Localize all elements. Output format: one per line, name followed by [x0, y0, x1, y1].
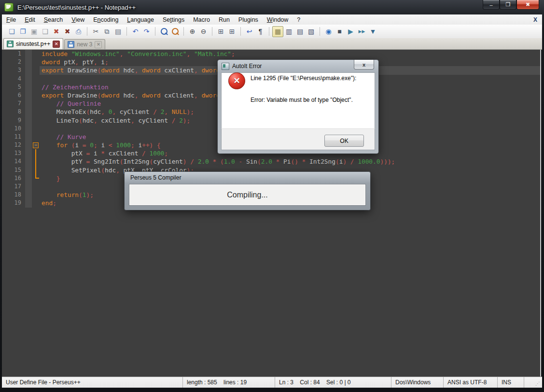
line-number[interactable]: 17 [2, 182, 25, 191]
minimize-button[interactable]: – [483, 0, 500, 10]
line-number[interactable]: 14 [2, 157, 25, 166]
menu-language[interactable]: Language [123, 15, 158, 24]
word-wrap-icon[interactable]: ↩ [244, 26, 255, 37]
line-number[interactable]: 16 [2, 174, 25, 182]
menu-run[interactable]: Run [214, 15, 234, 24]
menu-edit[interactable]: Edit [20, 15, 40, 24]
macro-play-icon[interactable]: ▶ [345, 26, 356, 37]
indent-guide-icon[interactable]: ▦ [272, 26, 283, 37]
line-number[interactable]: 7 [2, 99, 25, 108]
undo-icon[interactable]: ↶ [130, 26, 141, 37]
title-bar[interactable]: E:\Perseus\test\sinustest.p++ - Notepad+… [0, 0, 544, 14]
line-number[interactable]: 6 [2, 91, 25, 99]
code-line-1: 1include "Windows.inc", "Conversion.inc"… [2, 50, 540, 58]
macro-stop-icon[interactable]: ■ [334, 26, 345, 37]
line-number[interactable]: 1 [2, 50, 25, 58]
menu-view[interactable]: View [67, 15, 89, 24]
bookmark-margin[interactable] [25, 83, 32, 91]
bookmark-margin[interactable] [25, 174, 32, 182]
toolbar-separator [269, 27, 269, 36]
bookmark-margin[interactable] [25, 125, 32, 133]
find-icon[interactable] [158, 26, 169, 37]
resize-grip[interactable]: ⋰ [535, 381, 542, 388]
redo-icon[interactable]: ↷ [141, 26, 152, 37]
bookmark-margin[interactable] [25, 91, 32, 99]
menu-?[interactable]: ? [293, 15, 305, 24]
sync-horizontal-scroll-icon[interactable]: ⊞ [226, 26, 237, 37]
cut-icon[interactable]: ✂ [90, 26, 101, 37]
line-number[interactable]: 11 [2, 133, 25, 141]
toolbar-group: ✂⧉▤ [89, 26, 125, 37]
macro-save-icon[interactable]: ▼ [367, 26, 378, 37]
line-number[interactable]: 3 [2, 66, 25, 74]
menu-settings[interactable]: Settings [158, 15, 189, 24]
folder-as-workspace-icon[interactable]: ▧ [306, 26, 317, 37]
new-file-icon[interactable]: ❏ [6, 26, 17, 37]
bookmark-margin[interactable] [25, 191, 32, 199]
autoit-dialog-close-button[interactable]: x [354, 60, 374, 70]
fold-collapse-icon[interactable] [32, 141, 40, 149]
copy-icon[interactable]: ⧉ [101, 26, 112, 37]
close-all-icon[interactable]: ✖ [62, 26, 73, 37]
bookmark-margin[interactable] [25, 141, 32, 149]
menu-encoding[interactable]: Encoding [89, 15, 123, 24]
close-button[interactable]: ✖ [516, 0, 539, 10]
menu-macro[interactable]: Macro [189, 15, 214, 24]
close-file-icon[interactable]: ✖ [51, 26, 62, 37]
replace-icon[interactable] [169, 26, 181, 37]
line-number[interactable]: 2 [2, 58, 25, 66]
save-icon[interactable]: ▣ [28, 26, 40, 37]
line-number[interactable]: 10 [2, 125, 25, 133]
show-all-characters-icon[interactable]: ¶ [255, 26, 266, 37]
save-all-icon[interactable]: ❑ [40, 26, 51, 37]
bookmark-margin[interactable] [25, 58, 32, 66]
menu-search[interactable]: Search [40, 15, 68, 24]
tab-new-3[interactable]: new 3✕ [64, 39, 105, 49]
line-number[interactable]: 15 [2, 166, 25, 174]
bookmark-margin[interactable] [25, 149, 32, 157]
line-number[interactable]: 8 [2, 108, 25, 116]
restore-button[interactable]: ❐ [500, 0, 516, 10]
macro-run-multiple-icon[interactable]: ▶▶ [356, 26, 367, 37]
bookmark-margin[interactable] [25, 116, 32, 125]
line-number[interactable]: 19 [2, 199, 25, 207]
paste-icon[interactable]: ▤ [112, 26, 124, 37]
tab-close-icon[interactable]: ✕ [53, 41, 60, 48]
line-number[interactable]: 9 [2, 116, 25, 125]
bookmark-margin[interactable] [25, 75, 32, 83]
status-encoding: ANSI as UTF-8 [444, 377, 498, 388]
status-doc-type: User Define File - Perseus++ [2, 377, 183, 388]
bookmark-margin[interactable] [25, 166, 32, 174]
macro-record-icon[interactable]: ◉ [323, 26, 334, 37]
bookmark-margin[interactable] [25, 108, 32, 116]
line-number[interactable]: 18 [2, 191, 25, 199]
line-number[interactable]: 12 [2, 141, 25, 149]
bookmark-margin[interactable] [25, 199, 32, 207]
line-number[interactable]: 4 [2, 75, 25, 83]
error-message-text: Error: Variable must be of type "Object"… [251, 97, 353, 103]
autoit-app-icon [222, 63, 229, 70]
function-list-icon[interactable]: ▤ [294, 26, 306, 37]
tab-sinustest.p++[interactable]: sinustest.p++✕ [3, 38, 63, 49]
menu-window[interactable]: Window [263, 15, 293, 24]
line-number[interactable]: 5 [2, 83, 25, 91]
menu-plugins[interactable]: Plugins [234, 15, 263, 24]
document-map-icon[interactable]: ▥ [283, 26, 294, 37]
bookmark-margin[interactable] [25, 50, 32, 58]
zoom-in-icon[interactable]: ⊕ [187, 26, 198, 37]
open-folder-icon[interactable]: ❐ [17, 26, 28, 37]
zoom-out-icon[interactable]: ⊖ [198, 26, 209, 37]
sync-vertical-scroll-icon[interactable]: ⊞ [215, 26, 226, 37]
bookmark-margin[interactable] [25, 182, 32, 191]
tab-close-icon[interactable]: ✕ [95, 41, 102, 48]
compiler-dialog-title[interactable]: Perseus 5 Compiler [130, 174, 181, 181]
ok-button[interactable]: OK [324, 135, 364, 147]
close-document-x-icon[interactable]: X [533, 16, 537, 23]
bookmark-margin[interactable] [25, 99, 32, 108]
menu-file[interactable]: File [2, 15, 20, 24]
bookmark-margin[interactable] [25, 157, 32, 166]
print-icon[interactable]: ⎙ [73, 26, 84, 37]
line-number[interactable]: 13 [2, 149, 25, 157]
bookmark-margin[interactable] [25, 66, 32, 74]
bookmark-margin[interactable] [25, 133, 32, 141]
